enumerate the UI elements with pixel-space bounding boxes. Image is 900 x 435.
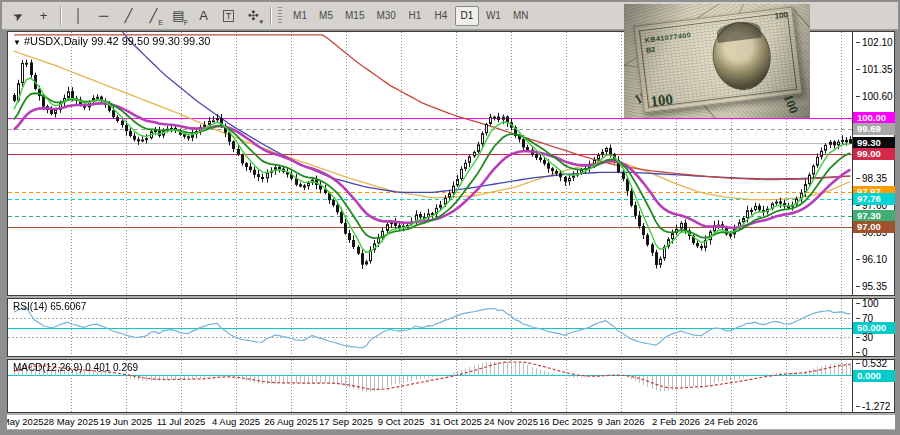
- trendline-icon: ╱: [125, 9, 133, 22]
- text-label-icon: T: [223, 10, 235, 22]
- timeframe-m5[interactable]: M5: [314, 6, 338, 26]
- vertical-line-tool[interactable]: │: [66, 5, 91, 27]
- macd-label: MACD(12,26,9) 0.401 0.269: [13, 362, 138, 373]
- arrows-icon: ✣: [248, 9, 259, 22]
- horizontal-line-icon: ─: [99, 9, 108, 22]
- cursor-tool[interactable]: ➤: [6, 5, 31, 27]
- chart-dropdown-icon[interactable]: ▼: [13, 38, 21, 47]
- timeframe-m30[interactable]: M30: [371, 6, 400, 26]
- rsi-axis-separator: [852, 299, 853, 356]
- rsi-canvas[interactable]: [8, 299, 852, 356]
- timeframe-mn[interactable]: MN: [508, 6, 534, 26]
- date-label: 24 Feb 2026: [698, 416, 764, 427]
- fibo-grid-tool[interactable]: ▤F: [166, 5, 191, 27]
- timeframe-d1[interactable]: D1: [455, 6, 479, 26]
- cursor-icon: ➤: [11, 8, 26, 23]
- crosshair-icon: +: [40, 9, 48, 22]
- arrows-tool[interactable]: ✣▾: [241, 5, 266, 27]
- sub-glyph: F: [184, 19, 188, 26]
- price-axis-separator: [852, 32, 853, 295]
- macd-axis-separator: [852, 360, 853, 412]
- photo-shading: [624, 4, 810, 118]
- rsi-panel: RSI(14) 65.6067: [7, 298, 895, 357]
- toolbar-separator: [270, 7, 272, 25]
- horizontal-line-tool[interactable]: ─: [91, 5, 116, 27]
- timeframe-m15[interactable]: M15: [340, 6, 369, 26]
- macd-panel: MACD(12,26,9) 0.401 0.269: [7, 359, 895, 413]
- text-tool[interactable]: A: [191, 5, 216, 27]
- sub-glyph: E: [158, 19, 163, 26]
- timeframe-h1[interactable]: H1: [403, 6, 427, 26]
- timeframe-m1[interactable]: M1: [288, 6, 312, 26]
- fibonacci-tool[interactable]: ╱E: [141, 5, 166, 27]
- text-icon: A: [199, 9, 208, 22]
- vertical-line-icon: │: [74, 9, 82, 22]
- symbol-label: #USDX,Daily: [24, 35, 88, 47]
- text-label-tool[interactable]: T: [216, 5, 241, 27]
- toolbar-grip[interactable]: [278, 7, 282, 25]
- crosshair-tool[interactable]: +: [31, 5, 56, 27]
- timeframe-w1[interactable]: W1: [481, 6, 506, 26]
- symbol-quote-line: ▼#USDX,Daily 99.42 99.50 99.30 99.30: [13, 35, 210, 47]
- date-axis: 16 May 202528 May 202519 Jun 202511 Jul …: [7, 415, 895, 429]
- dollar-bills-photo: 100 100 KB41077400 B2 100 100: [624, 4, 810, 118]
- fibonacci-icon: ╱: [150, 9, 158, 22]
- rsi-label: RSI(14) 65.6067: [13, 301, 86, 312]
- trendline-tool[interactable]: ╱: [116, 5, 141, 27]
- sub-glyph: ▾: [259, 18, 263, 26]
- toolbar-separator: [60, 7, 62, 25]
- quote-values: 99.42 99.50 99.30 99.30: [91, 35, 210, 47]
- timeframe-h4[interactable]: H4: [429, 6, 453, 26]
